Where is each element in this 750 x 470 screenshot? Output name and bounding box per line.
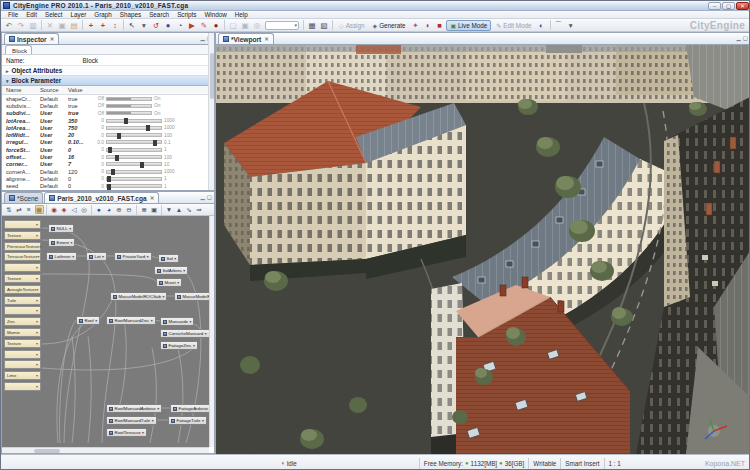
slider-handle[interactable]	[146, 125, 150, 131]
attribute-node[interactable]: TerrasseTexture▾	[4, 252, 41, 261]
menu-edit[interactable]: Edit	[22, 11, 41, 18]
live-mode-button[interactable]: ▣Live Mode	[446, 20, 491, 31]
collapse-icon[interactable]: ▼	[165, 205, 174, 214]
rule-node[interactable]: FaitageTuile▾	[168, 416, 207, 425]
slider-handle[interactable]	[107, 176, 111, 182]
slider-handle[interactable]	[153, 140, 157, 146]
slider-handle[interactable]	[117, 133, 121, 139]
minimize-panel-icon[interactable]: ▁	[201, 194, 205, 200]
scroll-thumb[interactable]	[210, 53, 214, 99]
toggle-switch[interactable]	[106, 111, 152, 115]
pick-icon[interactable]: ▶	[187, 20, 198, 31]
rule-node[interactable]: RoofMansardZinc▾	[106, 316, 156, 325]
frame-all-icon[interactable]: ▣	[240, 20, 251, 31]
rule-node[interactable]: NULL▾	[48, 224, 74, 233]
zoom-in-icon[interactable]: ⊕	[115, 205, 124, 214]
minimize-panel-icon[interactable]: ▁	[737, 35, 741, 41]
users-icon[interactable]: ◕	[105, 205, 114, 214]
rule-node[interactable]: FaitageZinc▾	[160, 341, 198, 350]
minimize-icon[interactable]: –	[708, 2, 721, 10]
menu-layer[interactable]: Layer	[67, 11, 91, 18]
undo-icon[interactable]: ↶	[4, 20, 15, 31]
perspective-icon[interactable]: ▦	[307, 20, 318, 31]
rule-node[interactable]: SolArbres▾	[154, 266, 188, 275]
menu-window[interactable]: Window	[200, 11, 230, 18]
rule-node[interactable]: RoofTerrasse▾	[106, 428, 147, 437]
rule-node[interactable]: Extent▾	[48, 238, 75, 247]
edit-mode-button[interactable]: ✎Edit Mode	[493, 20, 534, 31]
section-object-attributes[interactable]: ▸ Object Attributes	[2, 66, 214, 76]
slider-handle[interactable]	[140, 162, 144, 168]
brush-icon[interactable]: ✎	[199, 20, 210, 31]
minimize-panel-icon[interactable]: ▁	[201, 35, 205, 41]
attribute-node[interactable]: ▾	[4, 220, 41, 229]
rule-node[interactable]: LotInner▾	[46, 252, 77, 261]
rule-node[interactable]: Roof▾	[76, 316, 100, 325]
magnet-icon[interactable]: ⌒	[553, 20, 564, 31]
scroll-thumb[interactable]	[34, 449, 60, 453]
menu-shapes[interactable]: Shapes	[116, 11, 145, 18]
name-value-field[interactable]: Block	[83, 57, 98, 64]
list-icon[interactable]: ≣	[140, 205, 149, 214]
stop-icon[interactable]: ■	[434, 20, 445, 31]
redo-icon[interactable]: ↷	[16, 20, 27, 31]
copy-icon[interactable]: ▣	[57, 20, 68, 31]
menu-scripts[interactable]: Scripts	[173, 11, 200, 18]
attribute-node[interactable]: ▾	[4, 306, 41, 315]
move-z-icon[interactable]: ↕	[110, 20, 121, 31]
param-slider[interactable]	[106, 140, 162, 144]
viewport-3d-canvas[interactable]	[216, 45, 750, 453]
attribute-node[interactable]: Texture▾	[4, 339, 41, 348]
slider-handle[interactable]	[115, 155, 119, 161]
attribute-node[interactable]: Texture▾	[4, 231, 41, 240]
contrast-icon[interactable]: ◐	[536, 20, 547, 31]
back-icon[interactable]: ◁	[70, 205, 79, 214]
tab-inspector[interactable]: Inspector ✕	[4, 33, 59, 44]
save-icon[interactable]: ▥	[28, 20, 39, 31]
toggle-switch[interactable]	[106, 97, 152, 101]
wand-icon[interactable]: ✦	[410, 20, 421, 31]
section-block-parameter[interactable]: ▾ Block Parameter	[2, 76, 214, 86]
rule-node[interactable]: Muret▾	[156, 278, 182, 287]
param-slider[interactable]	[106, 162, 162, 166]
select-mode-caret-icon[interactable]: ▾	[139, 20, 150, 31]
rotate-icon[interactable]: ↺	[151, 20, 162, 31]
selection-combo[interactable]: ▾	[265, 21, 299, 30]
cut-icon[interactable]: ✕	[45, 20, 56, 31]
expand-icon[interactable]: ▲	[175, 205, 184, 214]
select-arrow-icon[interactable]: ↖	[127, 20, 138, 31]
orbit-icon[interactable]: ◔	[175, 20, 186, 31]
attribute-node[interactable]: ▾	[4, 360, 41, 369]
rule-node[interactable]: CornicheMansard▾	[160, 329, 209, 338]
layout-tree-icon[interactable]: ≡	[25, 205, 34, 214]
node-graph-canvas[interactable]: ▾Texture▾PierreuseTexture▾TerrasseTextur…	[2, 216, 209, 447]
attribute-node[interactable]: ▾	[4, 382, 41, 391]
paste-icon[interactable]: ▤	[69, 20, 80, 31]
tab-cga-file[interactable]: Paris_2010_v2010_FAST.cga ✕	[44, 192, 159, 203]
arrange-icon[interactable]: ⇘	[185, 205, 194, 214]
assign-button[interactable]: ◇Assign	[336, 20, 368, 31]
attribute-node[interactable]: Lime▾	[4, 371, 41, 380]
menu-search[interactable]: Search	[145, 11, 173, 18]
param-slider[interactable]	[106, 119, 162, 123]
rule-node[interactable]: Mansarde▾	[160, 317, 194, 326]
horn-icon[interactable]: ◖	[422, 20, 433, 31]
node-editor-vscrollbar[interactable]	[209, 216, 214, 447]
move-y-icon[interactable]: +	[98, 20, 109, 31]
attribute-node[interactable]: Mamie▾	[4, 328, 41, 337]
param-slider[interactable]	[106, 148, 162, 152]
attribute-node[interactable]: Zinc▾	[4, 317, 41, 326]
generate-button[interactable]: ◈Generate	[370, 20, 409, 31]
attribute-node[interactable]: Tuile▾	[4, 296, 41, 305]
menu-graph[interactable]: Graph	[90, 11, 116, 18]
close-icon[interactable]: ✕	[736, 2, 749, 10]
maximize-panel-icon[interactable]: ▢	[207, 194, 212, 200]
camera-icon[interactable]: ◎	[252, 20, 263, 31]
sphere-icon[interactable]: ●	[163, 20, 174, 31]
maximize-icon[interactable]: ▢	[722, 2, 735, 10]
paint-icon[interactable]: ●	[211, 20, 222, 31]
slider-handle[interactable]	[111, 169, 115, 175]
move-x-icon[interactable]: +	[86, 20, 97, 31]
tab-scene[interactable]: *Scene	[4, 192, 43, 203]
rule-node[interactable]: MasseModelROC▾	[174, 292, 209, 301]
